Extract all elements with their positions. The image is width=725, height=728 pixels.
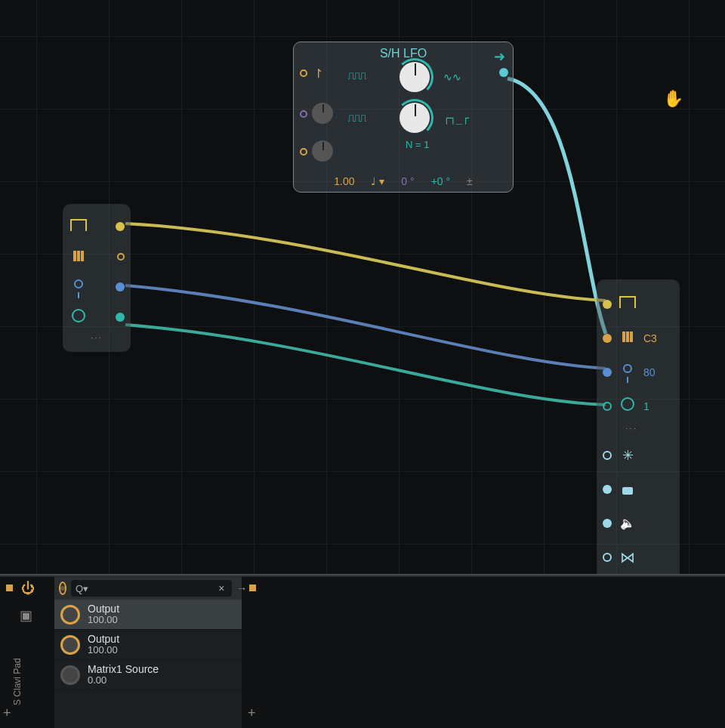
param-name: Output [88,634,119,645]
lfo-rate-value[interactable]: 1.00 [334,175,354,187]
parameter-search[interactable]: Q▾ × [71,580,232,597]
param-value: 0.00 [88,675,159,686]
retrigger-icon: ↾ [313,66,323,81]
param-name: Matrix1 Source [88,664,159,675]
folder-button[interactable]: ▣ [20,607,32,624]
pressure-icon [619,397,636,415]
in-velocity-value[interactable]: 80 [643,366,656,378]
pan-icon [619,548,636,566]
keyboard-icon [69,249,88,265]
wave-pulse-icon: ⎍⎍⎍ [348,112,366,124]
add-device-right[interactable]: + [248,705,256,721]
lfo-amount-knob[interactable] [400,103,430,133]
out-pressure-row [69,302,125,332]
module-output-icon[interactable]: ➜ [494,48,505,65]
param-knob[interactable] [60,605,80,625]
hand-cursor-icon: ✋ [663,89,683,109]
clear-search[interactable]: × [215,582,227,594]
out-pitch-jack[interactable] [117,253,125,261]
in-program-jack[interactable] [603,485,612,494]
search-prefix[interactable]: Q▾ [76,583,88,594]
gate-icon [619,296,636,312]
lfo-sync-value[interactable]: ♩ ▾ [371,175,384,187]
out-gate-jack[interactable] [116,222,125,231]
add-device-left[interactable]: + [3,705,11,721]
power-button[interactable]: ⏻ [21,581,35,597]
midi-out-node[interactable]: ··· [63,204,131,352]
in-volume-jack[interactable] [603,519,612,528]
param-value: 100.00 [88,615,119,625]
out-more[interactable]: ··· [69,332,125,343]
lfo-rate-port[interactable] [300,148,307,156]
param-name: Output [88,603,119,615]
in-pitch-row: C3 [603,321,674,355]
wave-square-icon: ⎍⎍⎍ [348,69,366,82]
mapping-target-icon[interactable] [59,581,66,595]
keyboard-icon [619,330,636,346]
in-pitch-value[interactable]: C3 [643,332,657,344]
lfo-retrigger-port[interactable] [300,69,307,77]
out-pressure-jack[interactable] [116,313,125,322]
brightness-icon [619,447,636,464]
lfo-shape-knob[interactable] [400,62,430,92]
device-name-label: S Clavi Pad [12,658,23,705]
param-row[interactable]: Output 100.00 [54,600,242,630]
device-marker [6,585,13,591]
in-extra-brightness [603,438,674,472]
velocity-icon [69,276,88,298]
speaker-icon [619,515,636,531]
pressure-icon [69,309,88,326]
param-knob[interactable] [60,635,80,655]
in-extra-program [603,472,674,506]
out-pitch-row [69,242,125,272]
param-knob[interactable] [60,665,80,685]
lfo-offset-value[interactable]: +0 ° [431,175,450,187]
in-gate-row [603,287,674,321]
lfo-phase-value[interactable]: 0 ° [401,175,414,187]
out-gate-row [69,211,125,242]
lfo-phase-port[interactable] [300,110,307,118]
parameter-panel: Q▾ × → Output 100.00 Output 100.00 Matri… [54,577,242,728]
in-pressure-jack[interactable] [603,402,612,411]
in-brightness-jack[interactable] [603,451,612,460]
gate-icon [69,219,88,235]
out-velocity-jack[interactable] [116,282,125,292]
in-velocity-jack[interactable] [603,368,612,377]
search-input[interactable] [88,583,215,594]
lfo-output-jack[interactable] [499,68,508,77]
lfo-module[interactable]: S/H LFO ➜ ↾ ⎍⎍⎍ ∿∿ ⎍⎍⎍ ┌┐_┌ N = 1 1.00 ♩… [293,42,514,193]
param-row[interactable]: Matrix1 Source 0.00 [54,660,242,690]
device-marker [249,585,256,591]
lfo-polarity-toggle[interactable]: ± [467,175,473,187]
in-more[interactable]: ··· [603,423,674,438]
search-next[interactable]: → [236,582,247,594]
lfo-n-label: N = 1 [406,139,429,150]
in-pressure-value[interactable]: 1 [643,400,649,412]
velocity-icon [619,361,636,383]
wave-random-icon: ┌┐_┌ [443,112,469,124]
out-velocity-row [69,272,125,302]
lfo-phase-knob[interactable] [312,103,333,124]
in-pitch-jack[interactable] [603,334,612,343]
param-value: 100.00 [88,645,119,656]
in-gate-jack[interactable] [603,300,612,309]
lfo-footer: 1.00 ♩ ▾ 0 ° +0 ° ± [294,175,513,187]
in-extra-volume [603,506,674,540]
program-icon [619,481,636,497]
midi-in-node[interactable]: C3 80 1 ··· [597,279,680,574]
in-extra-pan [603,540,674,574]
in-pan-jack[interactable] [603,553,612,562]
wave-sine-icon: ∿∿ [443,71,461,83]
in-pressure-row: 1 [603,389,674,423]
node-canvas[interactable]: S/H LFO ➜ ↾ ⎍⎍⎍ ∿∿ ⎍⎍⎍ ┌┐_┌ N = 1 1.00 ♩… [0,0,725,574]
lfo-rate-mod-knob[interactable] [312,140,333,162]
device-panel: ⏻ ▣ S Clavi Pad + Q▾ × → Output 100.00 O… [0,577,725,728]
param-row[interactable]: Output 100.00 [54,630,242,660]
in-velocity-row: 80 [603,355,674,389]
